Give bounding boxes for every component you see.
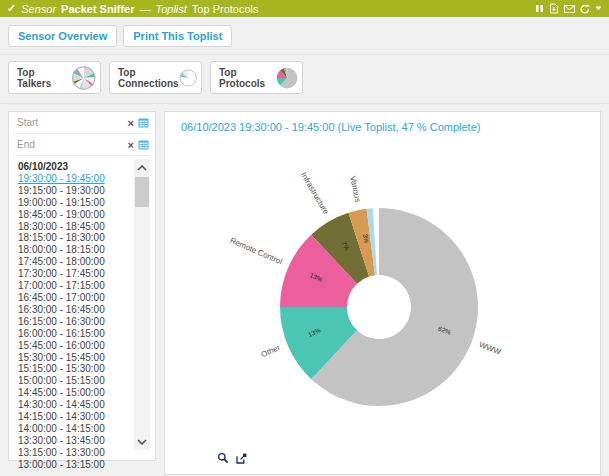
check-icon: ✓ [7,2,16,15]
toplist-name: Top Protocols [192,3,259,15]
end-input-row: × [13,134,151,156]
clear-start-icon[interactable]: × [128,118,134,128]
sensor-label: Sensor [21,3,56,15]
scrollbar-rail[interactable] [134,176,150,433]
content-area: × × 06/10/2023 19:30:00 - 19:45:0019:15:… [0,104,609,475]
sensor-overview-button[interactable]: Sensor Overview [8,25,117,47]
toplist-chart-panel: 06/10/2023 19:30:00 - 19:45:00 (Live Top… [164,111,601,475]
top-protocols-pie-icon [276,65,298,91]
start-date-input[interactable] [15,116,124,129]
email-icon[interactable] [564,5,575,13]
zoom-icon[interactable] [217,452,229,464]
report-icon[interactable] [549,3,559,14]
chevron-down-icon [137,439,147,445]
end-calendar-icon[interactable] [138,139,149,150]
svg-text:Various: Various [348,175,363,203]
scroll-thumb[interactable] [135,177,149,207]
top-connections-pie-icon [179,65,197,91]
scrollbar-track[interactable] [134,159,150,450]
interval-list-wrap: 06/10/2023 19:30:00 - 19:45:0019:15:00 -… [9,156,155,456]
tab-label: Top Talkers [17,67,71,89]
svg-text:Remote Control: Remote Control [229,236,284,267]
start-calendar-icon[interactable] [138,117,149,128]
tab-top-protocols[interactable]: Top Protocols [210,61,303,94]
sensor-header-bar: ✓ Sensor Packet Sniffer — Toplist Top Pr… [0,0,609,17]
top-talkers-pie-icon [71,65,96,91]
print-toplist-button[interactable]: Print This Toplist [123,25,232,47]
dropdown-caret-icon[interactable] [595,6,602,11]
tab-top-talkers[interactable]: Top Talkers [8,61,101,94]
tab-label: Top Connections [118,67,179,89]
scroll-down-button[interactable] [134,433,150,450]
clear-end-icon[interactable]: × [128,140,134,150]
start-input-row: × [13,112,151,134]
svg-text:Infrastructure: Infrastructure [299,171,331,217]
protocol-donut-chart: 62%WWW13%Other13%Remote Control7%Infrast… [165,112,600,474]
interval-item[interactable]: 13:00:00 - 13:15:00 [18,459,155,471]
sensor-name: Packet Sniffer [61,3,134,15]
pause-icon[interactable] [535,4,544,13]
toplist-label: Toplist [155,3,186,15]
header-separator: — [139,3,150,15]
tab-top-connections[interactable]: Top Connections [109,61,202,94]
chevron-up-icon [137,165,147,171]
refresh-icon[interactable] [580,4,590,14]
interval-filter-panel: × × 06/10/2023 19:30:00 - 19:45:0019:15:… [8,111,156,461]
svg-text:Other: Other [260,343,282,359]
toplist-tabs: Top Talkers Top Connections Top Protocol… [0,55,609,104]
open-external-icon[interactable] [236,453,247,464]
svg-text:WWW: WWW [478,340,503,357]
toolbar: Sensor Overview Print This Toplist [0,17,609,55]
scroll-up-button[interactable] [134,159,150,176]
tab-label: Top Protocols [219,67,276,89]
end-date-input[interactable] [15,138,124,151]
chart-footer-icons [217,452,247,464]
